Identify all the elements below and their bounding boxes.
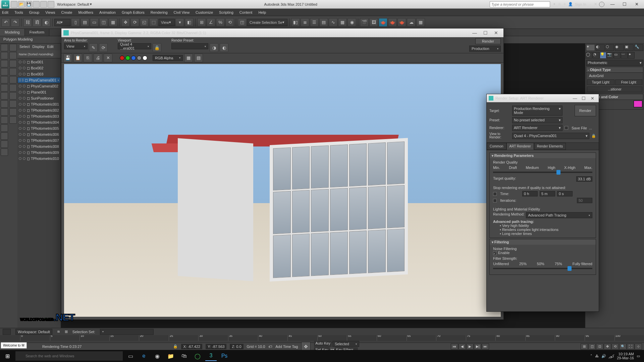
scene-item[interactable]: ◻TPhotometric010 — [17, 156, 61, 162]
rs-tab-elements[interactable]: Render Elements — [534, 143, 566, 150]
scale-icon[interactable]: ◱ — [140, 18, 149, 27]
rs-view-dropdown[interactable]: Quad 4 - PhysCamera001▾ — [512, 133, 589, 139]
3dsmax-taskbar-icon[interactable]: 3 — [205, 351, 217, 361]
signin-link[interactable]: Sign In — [575, 2, 586, 6]
goto-start-icon[interactable]: ⏮ — [451, 344, 458, 350]
toolstrip-icon[interactable] — [9, 60, 17, 67]
menu-scripting[interactable]: Scripting — [219, 10, 233, 14]
scene-item[interactable]: ◻Plane001 — [17, 89, 61, 95]
display-tab-icon[interactable]: ▣ — [625, 44, 634, 51]
curve-editor-icon[interactable]: ∿ — [329, 18, 337, 27]
rs-tab-common[interactable]: Common — [487, 143, 506, 150]
chrome-icon[interactable]: ◉ — [152, 351, 163, 361]
rs-tab-art[interactable]: ART Renderer — [506, 143, 534, 150]
cameras-icon[interactable]: 📷 — [607, 52, 613, 59]
viewnav-icon[interactable]: ✥ — [604, 344, 611, 350]
target-quality-spinner[interactable]: 33.1 dB — [576, 176, 592, 182]
star-icon[interactable]: ☆ — [558, 2, 561, 6]
render-icon[interactable]: 🫖 — [379, 18, 387, 27]
help-search-input[interactable] — [490, 1, 550, 7]
channel-dropdown[interactable]: RGB Alpha — [153, 55, 183, 61]
area-edit-icon[interactable]: ✎ — [89, 43, 98, 52]
rs-preset-dropdown[interactable]: No preset selected▾ — [512, 117, 562, 123]
scene-item[interactable]: ◻TPhotometric001 — [17, 101, 61, 107]
clone-icon[interactable]: ⎘ — [84, 54, 92, 62]
toolstrip-icon[interactable] — [1, 100, 8, 108]
toolstrip-icon[interactable] — [9, 116, 17, 124]
alpha-channel-icon[interactable] — [137, 56, 142, 60]
menu-rendering[interactable]: Rendering — [151, 10, 168, 14]
menu-edit[interactable]: Edit — [2, 10, 8, 14]
redo-icon[interactable]: ↷ — [11, 18, 19, 27]
rotate-icon[interactable]: ⟳ — [130, 18, 139, 27]
select-icon[interactable]: ▯ — [71, 18, 80, 27]
keymode-dropdown[interactable]: Selected — [332, 341, 359, 347]
selection-filter[interactable]: All ▾ — [54, 19, 70, 26]
category-dropdown[interactable]: Photometric▾ — [586, 60, 643, 66]
menu-civilview[interactable]: Civil View — [174, 10, 190, 14]
angle-snap-icon[interactable]: ∠ — [207, 18, 215, 27]
rs-render-button[interactable]: Render — [575, 105, 596, 116]
helpers-icon[interactable]: ▭ — [614, 52, 621, 59]
coord-x[interactable]: -67.422 — [188, 345, 200, 349]
manip-icon[interactable]: ◧ — [185, 18, 194, 27]
menu-customize[interactable]: Customize — [196, 10, 213, 14]
tray-network-icon[interactable]: 🖧 — [595, 354, 599, 358]
app-logo-icon[interactable]: 3MAX — [1, 0, 9, 8]
scene-item[interactable]: ◻Box002 — [17, 65, 61, 71]
explorer-icon[interactable]: 📁 — [165, 351, 176, 361]
maxscript-icon[interactable] — [3, 329, 11, 335]
layer-explorer-icon[interactable]: ▤ — [319, 18, 328, 27]
placement-icon[interactable]: ⬚ — [149, 18, 158, 27]
green-channel-icon[interactable] — [125, 56, 130, 60]
clear-icon[interactable]: ✕ — [104, 54, 112, 62]
action-center-icon[interactable]: ▭ — [637, 354, 640, 358]
viewnav-icon[interactable]: ⊞ — [581, 344, 588, 350]
menu-group[interactable]: Group — [29, 10, 40, 14]
named-selection-sets[interactable]: Create Selection Se ▾ — [247, 19, 287, 26]
scene-item[interactable]: ◻TPhotometric007 — [17, 137, 61, 143]
area-auto-icon[interactable]: ⟳ — [99, 43, 108, 52]
modify-tab-icon[interactable]: ◐ — [596, 44, 605, 51]
select-rect-icon[interactable]: ▭ — [90, 18, 99, 27]
time-tag-icon[interactable]: 🏷 — [268, 345, 272, 349]
red-channel-icon[interactable] — [120, 56, 124, 60]
render-activeshade-icon[interactable]: 🫖 — [397, 18, 406, 27]
render-online-icon[interactable]: ☁ — [407, 18, 416, 27]
rollout-rendering-params[interactable]: ▾ Rendering Parameters — [490, 153, 596, 158]
save-file-checkbox[interactable] — [565, 126, 568, 130]
toolstrip-icon[interactable] — [1, 44, 8, 51]
bind-icon[interactable]: ◐ — [42, 18, 51, 27]
open-icon[interactable]: 📂 — [18, 1, 25, 8]
scene-item[interactable]: ◻TPhotometric009 — [17, 149, 61, 156]
tray-volume-icon[interactable]: 🔊 — [601, 354, 606, 358]
exchange-icon[interactable]: ✕ — [594, 2, 597, 6]
create-tab-icon[interactable]: ✦ — [586, 44, 595, 51]
undo-icon[interactable]: ↶ — [1, 18, 10, 27]
mirror-icon[interactable]: ▮▯ — [291, 18, 300, 27]
area-dropdown[interactable]: View — [64, 43, 88, 49]
lock-view-icon[interactable]: 🔒 — [591, 134, 596, 138]
render-iterate-icon[interactable]: 🫖 — [388, 18, 397, 27]
start-button[interactable]: ⊞ — [1, 351, 13, 361]
blue-channel-icon[interactable] — [131, 56, 136, 60]
utorrent-icon[interactable]: ◯ — [192, 351, 203, 361]
rs-close[interactable]: ✕ — [588, 96, 597, 101]
ribbon-tab-freeform[interactable]: Freeform — [25, 29, 50, 36]
menu-views[interactable]: Views — [45, 10, 55, 14]
toolstrip-icon[interactable] — [1, 76, 8, 83]
scene-item[interactable]: ◻TPhotometric006 — [17, 131, 61, 137]
select-window-icon[interactable]: ◫ — [99, 18, 108, 27]
edge-icon[interactable]: e — [138, 351, 150, 361]
rfw-render-button[interactable]: Render — [475, 38, 501, 44]
undo-icon[interactable]: ↶ — [33, 1, 40, 8]
rendered-frame-icon[interactable]: 🖼 — [369, 18, 378, 27]
outliner-edit[interactable]: Edit — [47, 45, 54, 49]
toolstrip-icon[interactable] — [1, 68, 8, 75]
toolstrip-icon[interactable] — [9, 44, 17, 51]
infocenter-icon[interactable]: ✦ — [553, 2, 556, 6]
lock-selection-icon[interactable]: 🔒 — [173, 344, 178, 349]
outliner-display[interactable]: Display — [33, 45, 45, 49]
scene-item[interactable]: ◻TPhotometric005 — [17, 125, 61, 131]
toolstrip-icon[interactable] — [1, 60, 8, 67]
